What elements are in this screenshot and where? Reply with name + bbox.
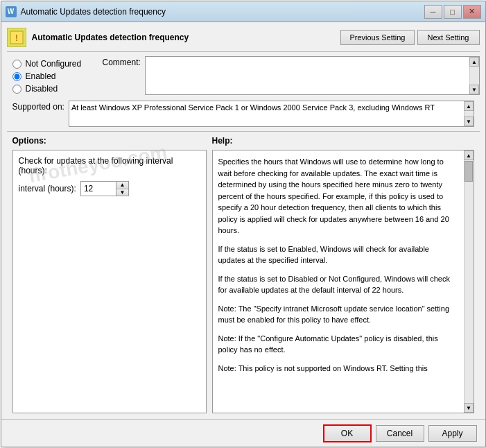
spin-down-button[interactable]: ▼ <box>116 189 128 196</box>
next-setting-button[interactable]: Next Setting <box>417 30 480 45</box>
mid-section: Options: Check for updates at the follow… <box>7 136 480 413</box>
help-para-6: Note: This policy is not supported on Wi… <box>218 363 458 374</box>
close-button[interactable]: ✕ <box>463 5 481 19</box>
help-panel: Help: Specifies the hours that Windows w… <box>212 136 474 413</box>
scroll-up-arrow[interactable]: ▲ <box>469 57 479 67</box>
help-para-4: Note: The "Specify intranet Microsoft up… <box>218 303 458 326</box>
supported-section: Supported on: At least Windows XP Profes… <box>7 101 480 127</box>
help-scrollbar: ▲ ▼ <box>464 150 474 413</box>
radio-comment-row: Not Configured Enabled Disabled Comment: <box>7 56 480 96</box>
supported-text: At least Windows XP Professional Service… <box>69 101 464 126</box>
radio-enabled-label: Enabled <box>26 71 56 81</box>
radio-enabled[interactable]: Enabled <box>12 71 92 81</box>
radio-enabled-input[interactable] <box>12 72 21 81</box>
apply-button[interactable]: Apply <box>428 425 477 442</box>
spin-buttons: ▲ ▼ <box>116 182 128 196</box>
supported-scroll-track <box>465 111 474 117</box>
comment-box-wrap: ▲ ▼ <box>145 56 480 95</box>
supported-box-wrap: At least Windows XP Professional Service… <box>69 101 474 127</box>
comment-inner: Comment: ▲ ▼ <box>103 56 480 96</box>
help-scroll-down[interactable]: ▼ <box>464 403 474 413</box>
interval-row: interval (hours): ▲ ▼ <box>19 181 200 196</box>
top-buttons: Previous Setting Next Setting <box>340 30 479 45</box>
policy-icon: ! <box>7 28 26 47</box>
comment-scrollbar: ▲ ▼ <box>469 57 479 94</box>
interval-input-wrap: ▲ ▼ <box>80 181 129 196</box>
ok-button[interactable]: OK <box>323 424 372 442</box>
comment-label: Comment: <box>103 56 141 67</box>
maximize-button[interactable]: □ <box>444 5 462 19</box>
policy-title: Automatic Updates detection frequency <box>32 33 341 42</box>
help-text: Specifies the hours that Windows will us… <box>213 150 464 413</box>
radio-disabled[interactable]: Disabled <box>12 84 92 94</box>
options-box: Check for updates at the following inter… <box>12 150 207 413</box>
radio-disabled-input[interactable] <box>12 85 21 94</box>
comment-textarea[interactable] <box>146 57 469 94</box>
supported-scroll-down[interactable]: ▼ <box>464 117 474 126</box>
help-para-5: Note: If the "Configure Automatic Update… <box>218 333 458 356</box>
divider-2 <box>7 131 480 132</box>
top-row: ! Automatic Updates detection frequency … <box>7 28 480 47</box>
title-bar-left: W Automatic Updates detection frequency <box>6 6 166 17</box>
help-para-1: Specifies the hours that Windows will us… <box>218 156 458 236</box>
help-scroll-up[interactable]: ▲ <box>464 150 474 160</box>
interval-label: interval (hours): <box>19 184 76 193</box>
help-para-3: If the status is set to Disabled or Not … <box>218 273 458 296</box>
title-bar: W Automatic Updates detection frequency … <box>1 1 485 22</box>
options-header: Options: <box>12 136 207 146</box>
prev-setting-button[interactable]: Previous Setting <box>340 30 414 45</box>
options-description: Check for updates at the following inter… <box>19 156 200 175</box>
radio-disabled-label: Disabled <box>26 84 58 94</box>
cancel-button[interactable]: Cancel <box>376 425 424 442</box>
help-box-outer: Specifies the hours that Windows will us… <box>212 150 474 413</box>
scroll-down-arrow[interactable]: ▼ <box>469 85 479 94</box>
policy-title-area: ! Automatic Updates detection frequency <box>7 28 341 47</box>
comment-area: Comment: ▲ ▼ <box>103 56 480 96</box>
radio-not-configured-input[interactable] <box>12 60 21 69</box>
app-icon: W <box>6 6 17 17</box>
supported-label: Supported on: <box>12 101 64 112</box>
title-bar-buttons: ─ □ ✕ <box>424 5 481 19</box>
help-header: Help: <box>212 136 474 146</box>
window-title: Automatic Updates detection frequency <box>21 7 166 17</box>
divider-1 <box>7 51 480 52</box>
spin-up-button[interactable]: ▲ <box>116 182 128 189</box>
radio-not-configured[interactable]: Not Configured <box>12 59 92 69</box>
help-para-2: If the status is set to Enabled, Windows… <box>218 243 458 266</box>
bottom-bar: OK Cancel Apply <box>1 419 485 447</box>
radio-not-configured-label: Not Configured <box>26 59 82 69</box>
help-scrollbar-thumb[interactable] <box>465 161 473 182</box>
scroll-track <box>470 67 479 85</box>
help-scroll-track <box>465 160 474 403</box>
minimize-button[interactable]: ─ <box>424 5 442 19</box>
svg-text:!: ! <box>15 33 17 43</box>
supported-scrollbar: ▲ ▼ <box>464 101 474 126</box>
options-panel: Options: Check for updates at the follow… <box>12 136 207 413</box>
main-window: W Automatic Updates detection frequency … <box>1 1 486 447</box>
supported-scroll-up[interactable]: ▲ <box>464 101 474 111</box>
content-area: ! Automatic Updates detection frequency … <box>1 22 485 419</box>
radio-section: Not Configured Enabled Disabled <box>7 56 97 96</box>
